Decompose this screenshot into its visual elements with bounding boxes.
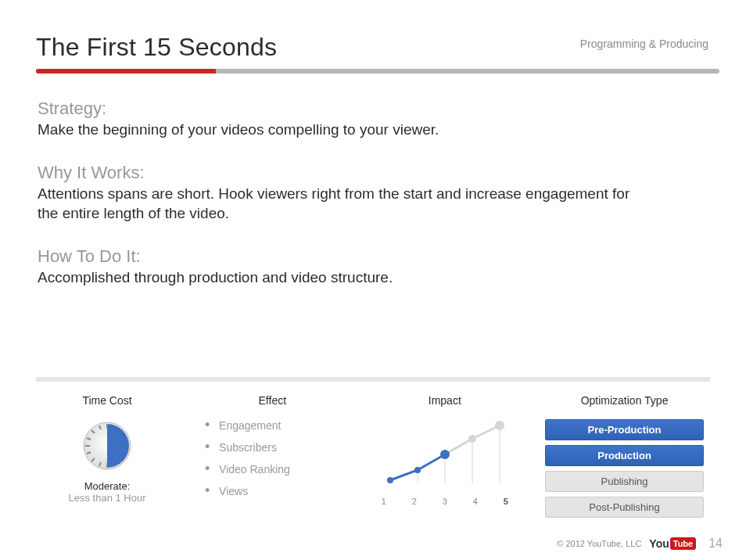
effect-item: Views <box>205 485 345 497</box>
impact-scale-4: 4 <box>473 497 478 506</box>
impact-scale-2: 2 <box>412 497 417 506</box>
header-rule <box>36 69 719 74</box>
time-cost-sub: Less than 1 Hour <box>42 492 172 504</box>
how-body: Accomplished through production and vide… <box>38 268 647 287</box>
time-cost-label: Moderate: <box>42 480 172 492</box>
svg-point-17 <box>387 477 393 483</box>
opt-production: Production <box>545 445 704 466</box>
svg-point-15 <box>468 435 476 443</box>
impact-title: Impact <box>373 394 518 407</box>
clock-icon <box>81 419 134 472</box>
youtube-logo-tube: Tube <box>670 537 696 550</box>
effect-title: Effect <box>200 394 345 407</box>
optimization-title: Optimization Type <box>545 394 704 407</box>
effect-item: Subscribers <box>205 441 345 454</box>
strategy-body: Make the beginning of your videos compel… <box>38 120 647 139</box>
youtube-logo-you: You <box>649 537 669 550</box>
youtube-logo: You Tube <box>649 537 696 550</box>
opt-pre-production: Pre-Production <box>545 419 704 440</box>
page-number: 14 <box>708 537 723 551</box>
how-label: How To Do It: <box>38 246 647 267</box>
strategy-label: Strategy: <box>38 99 647 119</box>
svg-point-18 <box>414 467 421 473</box>
svg-point-16 <box>495 421 504 430</box>
impact-scale-3: 3 <box>443 497 447 506</box>
opt-post-publishing: Post-Publishing <box>545 497 704 518</box>
footer-rule <box>36 377 710 382</box>
opt-publishing: Publishing <box>545 471 704 492</box>
impact-chart-icon <box>378 419 511 494</box>
copyright: © 2012 YouTube, LLC <box>557 539 641 548</box>
effect-list: Engagement Subscribers Video Ranking Vie… <box>200 419 345 497</box>
category-label: Programming & Producing <box>580 38 708 50</box>
impact-scale-5: 5 <box>504 497 508 506</box>
why-body: Attentions spans are short. Hook viewers… <box>38 185 647 223</box>
effect-item: Video Ranking <box>205 463 345 476</box>
header-rule-accent <box>36 69 216 74</box>
impact-scale-1: 1 <box>382 497 386 506</box>
svg-point-19 <box>440 450 450 459</box>
why-label: Why It Works: <box>38 163 647 183</box>
time-cost-title: Time Cost <box>42 394 172 407</box>
effect-item: Engagement <box>205 419 345 432</box>
